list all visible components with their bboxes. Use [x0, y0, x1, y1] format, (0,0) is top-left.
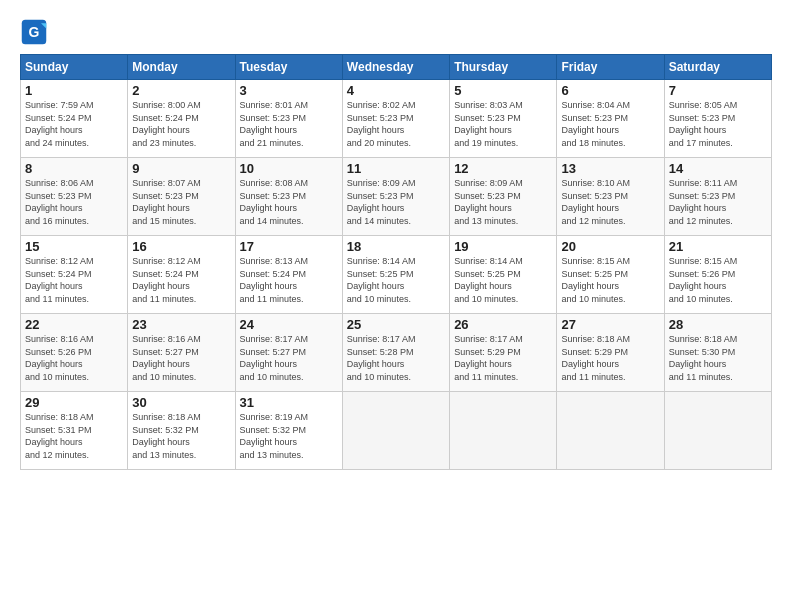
calendar-cell: 30 Sunrise: 8:18 AM Sunset: 5:32 PM Dayl…: [128, 392, 235, 470]
day-info: Sunrise: 8:01 AM Sunset: 5:23 PM Dayligh…: [240, 99, 338, 149]
day-info: Sunrise: 8:11 AM Sunset: 5:23 PM Dayligh…: [669, 177, 767, 227]
day-number: 17: [240, 239, 338, 254]
calendar-cell: 12 Sunrise: 8:09 AM Sunset: 5:23 PM Dayl…: [450, 158, 557, 236]
calendar-header-row: SundayMondayTuesdayWednesdayThursdayFrid…: [21, 55, 772, 80]
svg-text:G: G: [29, 24, 40, 40]
calendar-cell: 11 Sunrise: 8:09 AM Sunset: 5:23 PM Dayl…: [342, 158, 449, 236]
day-info: Sunrise: 8:09 AM Sunset: 5:23 PM Dayligh…: [454, 177, 552, 227]
calendar-cell: [450, 392, 557, 470]
day-number: 11: [347, 161, 445, 176]
column-header-saturday: Saturday: [664, 55, 771, 80]
day-info: Sunrise: 8:18 AM Sunset: 5:30 PM Dayligh…: [669, 333, 767, 383]
calendar-week-1: 1 Sunrise: 7:59 AM Sunset: 5:24 PM Dayli…: [21, 80, 772, 158]
day-info: Sunrise: 8:12 AM Sunset: 5:24 PM Dayligh…: [132, 255, 230, 305]
calendar-table: SundayMondayTuesdayWednesdayThursdayFrid…: [20, 54, 772, 470]
calendar-cell: [557, 392, 664, 470]
calendar-cell: 9 Sunrise: 8:07 AM Sunset: 5:23 PM Dayli…: [128, 158, 235, 236]
calendar-cell: 2 Sunrise: 8:00 AM Sunset: 5:24 PM Dayli…: [128, 80, 235, 158]
calendar-cell: 28 Sunrise: 8:18 AM Sunset: 5:30 PM Dayl…: [664, 314, 771, 392]
calendar-cell: 6 Sunrise: 8:04 AM Sunset: 5:23 PM Dayli…: [557, 80, 664, 158]
day-info: Sunrise: 8:04 AM Sunset: 5:23 PM Dayligh…: [561, 99, 659, 149]
column-header-sunday: Sunday: [21, 55, 128, 80]
day-number: 10: [240, 161, 338, 176]
day-number: 1: [25, 83, 123, 98]
day-number: 20: [561, 239, 659, 254]
calendar-week-4: 22 Sunrise: 8:16 AM Sunset: 5:26 PM Dayl…: [21, 314, 772, 392]
day-info: Sunrise: 8:17 AM Sunset: 5:29 PM Dayligh…: [454, 333, 552, 383]
calendar-cell: 16 Sunrise: 8:12 AM Sunset: 5:24 PM Dayl…: [128, 236, 235, 314]
calendar-cell: 4 Sunrise: 8:02 AM Sunset: 5:23 PM Dayli…: [342, 80, 449, 158]
calendar-week-2: 8 Sunrise: 8:06 AM Sunset: 5:23 PM Dayli…: [21, 158, 772, 236]
column-header-wednesday: Wednesday: [342, 55, 449, 80]
day-number: 14: [669, 161, 767, 176]
calendar-cell: 1 Sunrise: 7:59 AM Sunset: 5:24 PM Dayli…: [21, 80, 128, 158]
day-info: Sunrise: 8:05 AM Sunset: 5:23 PM Dayligh…: [669, 99, 767, 149]
day-number: 15: [25, 239, 123, 254]
calendar-cell: 18 Sunrise: 8:14 AM Sunset: 5:25 PM Dayl…: [342, 236, 449, 314]
day-info: Sunrise: 8:15 AM Sunset: 5:26 PM Dayligh…: [669, 255, 767, 305]
day-number: 2: [132, 83, 230, 98]
day-info: Sunrise: 8:14 AM Sunset: 5:25 PM Dayligh…: [347, 255, 445, 305]
day-number: 23: [132, 317, 230, 332]
calendar-cell: [664, 392, 771, 470]
day-info: Sunrise: 8:13 AM Sunset: 5:24 PM Dayligh…: [240, 255, 338, 305]
day-info: Sunrise: 8:12 AM Sunset: 5:24 PM Dayligh…: [25, 255, 123, 305]
day-info: Sunrise: 8:17 AM Sunset: 5:27 PM Dayligh…: [240, 333, 338, 383]
calendar-week-5: 29 Sunrise: 8:18 AM Sunset: 5:31 PM Dayl…: [21, 392, 772, 470]
calendar-cell: 17 Sunrise: 8:13 AM Sunset: 5:24 PM Dayl…: [235, 236, 342, 314]
day-info: Sunrise: 8:17 AM Sunset: 5:28 PM Dayligh…: [347, 333, 445, 383]
calendar-cell: 14 Sunrise: 8:11 AM Sunset: 5:23 PM Dayl…: [664, 158, 771, 236]
day-number: 9: [132, 161, 230, 176]
day-info: Sunrise: 8:09 AM Sunset: 5:23 PM Dayligh…: [347, 177, 445, 227]
day-number: 27: [561, 317, 659, 332]
day-number: 5: [454, 83, 552, 98]
day-info: Sunrise: 8:16 AM Sunset: 5:27 PM Dayligh…: [132, 333, 230, 383]
calendar-cell: 25 Sunrise: 8:17 AM Sunset: 5:28 PM Dayl…: [342, 314, 449, 392]
day-info: Sunrise: 8:15 AM Sunset: 5:25 PM Dayligh…: [561, 255, 659, 305]
column-header-monday: Monday: [128, 55, 235, 80]
logo: G: [20, 18, 50, 46]
day-number: 22: [25, 317, 123, 332]
day-number: 25: [347, 317, 445, 332]
day-info: Sunrise: 7:59 AM Sunset: 5:24 PM Dayligh…: [25, 99, 123, 149]
calendar-week-3: 15 Sunrise: 8:12 AM Sunset: 5:24 PM Dayl…: [21, 236, 772, 314]
calendar-cell: 10 Sunrise: 8:08 AM Sunset: 5:23 PM Dayl…: [235, 158, 342, 236]
day-number: 13: [561, 161, 659, 176]
calendar-cell: 19 Sunrise: 8:14 AM Sunset: 5:25 PM Dayl…: [450, 236, 557, 314]
day-info: Sunrise: 8:02 AM Sunset: 5:23 PM Dayligh…: [347, 99, 445, 149]
day-number: 28: [669, 317, 767, 332]
calendar-page: G SundayMondayTuesdayWednesdayThursdayFr…: [0, 0, 792, 612]
day-number: 31: [240, 395, 338, 410]
day-info: Sunrise: 8:08 AM Sunset: 5:23 PM Dayligh…: [240, 177, 338, 227]
day-number: 19: [454, 239, 552, 254]
calendar-cell: 3 Sunrise: 8:01 AM Sunset: 5:23 PM Dayli…: [235, 80, 342, 158]
day-number: 8: [25, 161, 123, 176]
calendar-cell: 5 Sunrise: 8:03 AM Sunset: 5:23 PM Dayli…: [450, 80, 557, 158]
calendar-cell: 7 Sunrise: 8:05 AM Sunset: 5:23 PM Dayli…: [664, 80, 771, 158]
day-number: 12: [454, 161, 552, 176]
calendar-cell: 27 Sunrise: 8:18 AM Sunset: 5:29 PM Dayl…: [557, 314, 664, 392]
day-info: Sunrise: 8:03 AM Sunset: 5:23 PM Dayligh…: [454, 99, 552, 149]
calendar-cell: 23 Sunrise: 8:16 AM Sunset: 5:27 PM Dayl…: [128, 314, 235, 392]
column-header-tuesday: Tuesday: [235, 55, 342, 80]
day-info: Sunrise: 8:18 AM Sunset: 5:31 PM Dayligh…: [25, 411, 123, 461]
calendar-cell: 20 Sunrise: 8:15 AM Sunset: 5:25 PM Dayl…: [557, 236, 664, 314]
day-number: 29: [25, 395, 123, 410]
day-info: Sunrise: 8:18 AM Sunset: 5:32 PM Dayligh…: [132, 411, 230, 461]
column-header-thursday: Thursday: [450, 55, 557, 80]
column-header-friday: Friday: [557, 55, 664, 80]
day-info: Sunrise: 8:06 AM Sunset: 5:23 PM Dayligh…: [25, 177, 123, 227]
day-number: 16: [132, 239, 230, 254]
day-info: Sunrise: 8:07 AM Sunset: 5:23 PM Dayligh…: [132, 177, 230, 227]
day-number: 4: [347, 83, 445, 98]
day-number: 6: [561, 83, 659, 98]
calendar-cell: 8 Sunrise: 8:06 AM Sunset: 5:23 PM Dayli…: [21, 158, 128, 236]
day-info: Sunrise: 8:00 AM Sunset: 5:24 PM Dayligh…: [132, 99, 230, 149]
day-number: 21: [669, 239, 767, 254]
calendar-cell: 13 Sunrise: 8:10 AM Sunset: 5:23 PM Dayl…: [557, 158, 664, 236]
day-number: 3: [240, 83, 338, 98]
calendar-cell: 21 Sunrise: 8:15 AM Sunset: 5:26 PM Dayl…: [664, 236, 771, 314]
day-info: Sunrise: 8:19 AM Sunset: 5:32 PM Dayligh…: [240, 411, 338, 461]
day-number: 18: [347, 239, 445, 254]
calendar-body: 1 Sunrise: 7:59 AM Sunset: 5:24 PM Dayli…: [21, 80, 772, 470]
